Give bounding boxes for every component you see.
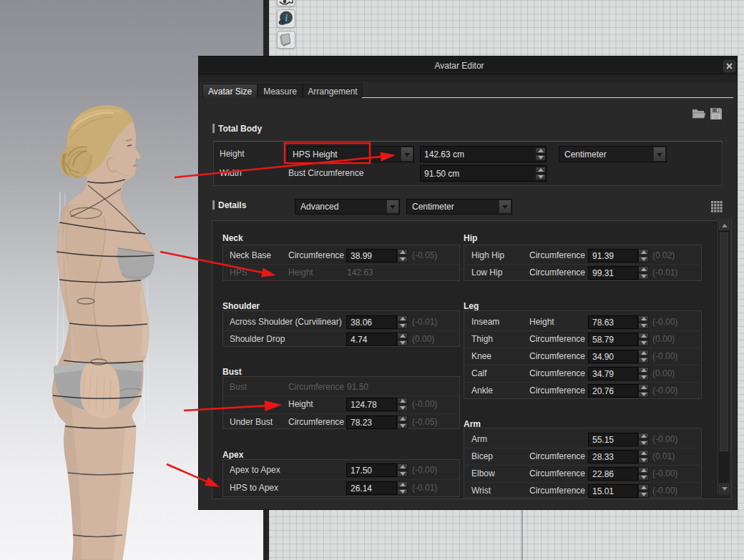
svg-text:i: i [285,13,288,24]
